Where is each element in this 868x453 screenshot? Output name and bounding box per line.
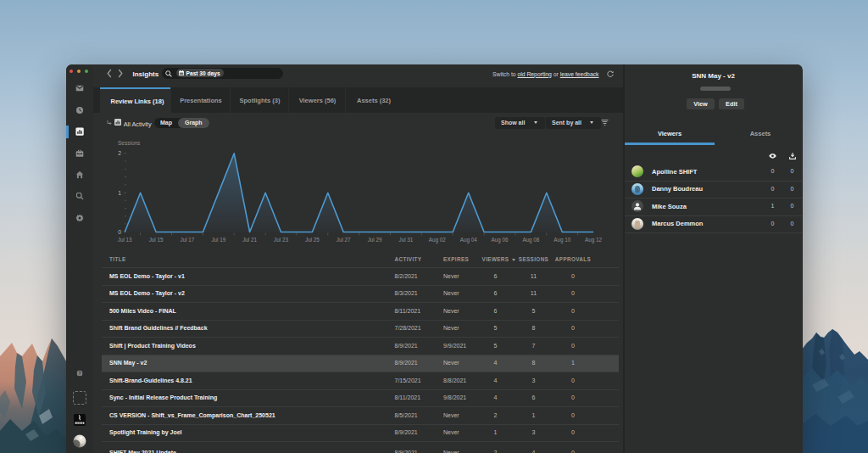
svg-text:Sessions: Sessions	[118, 140, 141, 146]
svg-text:Jul 17: Jul 17	[180, 237, 194, 243]
svg-text:Jul 25: Jul 25	[305, 237, 320, 243]
svg-text:1: 1	[118, 190, 121, 196]
svg-text:Jul 27: Jul 27	[337, 237, 351, 243]
svg-text:Aug 04: Aug 04	[460, 237, 477, 243]
svg-text:0: 0	[118, 229, 121, 235]
svg-text:Jul 13: Jul 13	[118, 237, 132, 243]
svg-text:Jul 29: Jul 29	[368, 237, 382, 243]
svg-text:Aug 12: Aug 12	[585, 237, 602, 243]
svg-text:2: 2	[118, 150, 121, 156]
svg-text:Jul 31: Jul 31	[398, 237, 413, 243]
svg-text:Aug 02: Aug 02	[429, 237, 446, 243]
svg-text:Jul 15: Jul 15	[149, 237, 164, 243]
svg-text:Jul 19: Jul 19	[211, 237, 225, 243]
svg-text:Aug 06: Aug 06	[492, 237, 509, 243]
svg-text:Jul 23: Jul 23	[274, 237, 288, 243]
svg-text:Aug 08: Aug 08	[522, 237, 539, 243]
svg-text:Aug 10: Aug 10	[554, 237, 570, 243]
svg-text:Jul 21: Jul 21	[242, 237, 257, 243]
svg-text:?: ?	[78, 371, 81, 376]
